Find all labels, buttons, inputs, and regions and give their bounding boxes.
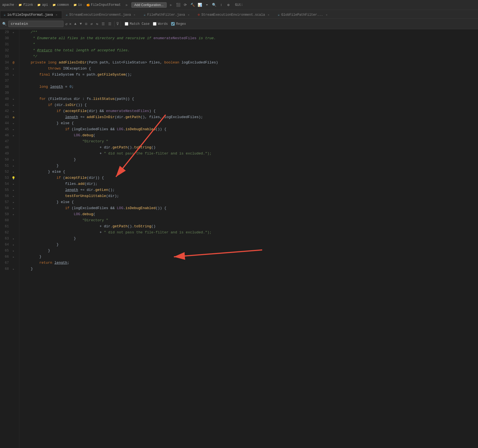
code-line: + " did not pass the file-filter and is … (22, 230, 478, 236)
tab-stream-env-java[interactable]: ☕ StreamExecutionEnvironment.java ✕ (62, 11, 140, 18)
profile-icon[interactable]: 📊 (197, 2, 203, 8)
run-icon[interactable]: ▶ (124, 2, 130, 8)
tab-label-1: io/FileInputFormat.java (7, 13, 53, 17)
vcs-icon[interactable]: ↕ (219, 2, 224, 8)
line-number: 51 (0, 163, 10, 169)
gutter-row: 55▸ (0, 187, 19, 193)
add-config-button[interactable]: Add Configuration... (131, 2, 167, 8)
io-label: io (78, 3, 82, 7)
line-number: 29 (0, 29, 10, 35)
reload-icon[interactable]: ⟳ (183, 2, 188, 8)
code-line: } (22, 157, 478, 163)
folder-icon-common: 📁 (52, 3, 56, 7)
tab-scala-icon: ⚙ (198, 13, 200, 17)
regex-checkbox[interactable] (171, 22, 175, 26)
search-clear-button[interactable]: ↺ (65, 22, 67, 26)
code-line: } (22, 254, 478, 260)
code-area: 29▸3031323334@35▸36▸37383940▸41▸42▸43⚙44… (0, 29, 478, 448)
code-line: throws IOException { (22, 66, 478, 72)
words-option[interactable]: Words (153, 22, 168, 26)
tab-close-1[interactable]: ✕ (55, 13, 59, 17)
build-icon[interactable]: 🔨 (190, 2, 195, 8)
collapse-icon: ▸ (10, 182, 17, 186)
breadcrumb-io[interactable]: 📁 io (73, 3, 82, 7)
search-input[interactable] (8, 21, 63, 27)
code-line: "Directory " (22, 138, 478, 145)
words-checkbox[interactable] (153, 22, 156, 26)
gutter-row: 46▸ (0, 132, 19, 138)
tools-icon[interactable]: ⚙ (226, 2, 231, 8)
gutter-row: 54▸ (0, 181, 19, 187)
line-number: 31 (0, 41, 10, 47)
folder-icon-api: 📁 (37, 3, 41, 7)
tab-java-icon-2: ☕ (66, 13, 68, 17)
breadcrumb-apache[interactable]: apache (2, 3, 14, 7)
gutter-row: 30 (0, 35, 19, 41)
code-line: private long addFilesInDir(Path path, Li… (22, 60, 478, 66)
code-line: long length = 0; (22, 84, 478, 90)
code-scroll-area[interactable]: 29▸3031323334@35▸36▸37383940▸41▸42▸43⚙44… (0, 29, 478, 448)
code-line (22, 90, 478, 96)
tab-file-path-filter[interactable]: ☕ FilePathFilter.java ✕ (140, 11, 194, 18)
line-number: 68 (0, 266, 10, 272)
search-down-button[interactable]: ▼ (79, 21, 83, 26)
breadcrumb-flink[interactable]: 📁 flink (18, 3, 33, 7)
collapse-icon: ▸ (10, 249, 17, 253)
gutter-row: 63▸ (0, 236, 19, 242)
breadcrumb-sep-1: › (15, 3, 17, 7)
tab-glob-file-path[interactable]: ☕ GlobFilePathFilter... ✕ (274, 11, 332, 18)
tab-close-4[interactable]: ✕ (267, 13, 270, 17)
code-line: */ (22, 54, 478, 60)
line-number: 41 (0, 102, 10, 108)
breadcrumb-file[interactable]: 🍊 FileInputFormat (86, 3, 121, 7)
gutter-row: 40▸ (0, 96, 19, 102)
line-number: 32 (0, 47, 10, 54)
line-number: 59 (0, 211, 10, 217)
folder-icon-flink: 📁 (18, 3, 22, 7)
search-up-button[interactable]: ▲ (73, 21, 78, 26)
code-line: } (22, 248, 478, 254)
code-line: return length; (22, 260, 478, 266)
collapse-icon: ▸ (10, 207, 17, 210)
filter-icon[interactable]: ⊽ (116, 22, 119, 26)
flink-label: flink (23, 3, 33, 7)
search-multiline-button[interactable]: ⊡ (84, 21, 89, 27)
code-line: + " did not pass the file-filter and is … (22, 151, 478, 157)
match-case-checkbox[interactable] (125, 22, 128, 26)
match-case-option[interactable]: Match Case (125, 22, 150, 26)
coverage-icon[interactable]: ☂ (204, 2, 210, 8)
search-filter-button[interactable]: ☰ (107, 21, 113, 27)
tab-java-icon-3: ☕ (144, 13, 145, 17)
tab-close-2[interactable]: ✕ (132, 13, 136, 17)
hint-icon: 💡 (10, 176, 17, 180)
search-replace-button[interactable]: ⇄ (89, 21, 94, 27)
breadcrumb-api[interactable]: 📁 api (37, 3, 48, 7)
search-settings-button[interactable]: ☰ (100, 21, 106, 27)
gutter-row: 38 (0, 84, 19, 90)
collapse-icon: ▸ (10, 170, 17, 174)
debug-run-icon[interactable]: ▶ (168, 2, 174, 8)
collapse-icon: ▸ (10, 73, 17, 77)
analyze-icon[interactable]: 🔍 (211, 2, 217, 8)
gutter-row: 56▸ (0, 193, 19, 199)
code-line: "Directory " (22, 217, 478, 223)
line-number: 35 (0, 66, 10, 72)
code-line: } else { (22, 169, 478, 175)
code-line: * @return the total length of accepted f… (22, 47, 478, 54)
line-number: 47 (0, 138, 10, 145)
search-close-button[interactable]: ✕ (69, 22, 71, 26)
search-icon[interactable]: 🔍 (2, 22, 7, 26)
code-line: /** (22, 29, 478, 35)
gutter-row: 33 (0, 54, 19, 60)
code-line: + dir.getPath().toString() (22, 223, 478, 230)
regex-option[interactable]: Regex (171, 22, 186, 26)
tab-file-input-format[interactable]: ☕ io/FileInputFormat.java ✕ (0, 11, 62, 18)
tab-close-3[interactable]: ✕ (187, 13, 190, 17)
breadcrumb-common[interactable]: 📁 common (52, 3, 69, 7)
tab-stream-env-scala[interactable]: ⚙ StreamExecutionEnvironment.scala ✕ (194, 11, 274, 18)
collapse-icon: ▸ (10, 67, 17, 71)
gutter-row: 49 (0, 151, 19, 157)
tab-close-5[interactable]: ✕ (325, 13, 329, 17)
stop-icon[interactable]: ⬛ (176, 2, 181, 8)
search-replace-all-button[interactable]: ⇆ (95, 21, 99, 27)
